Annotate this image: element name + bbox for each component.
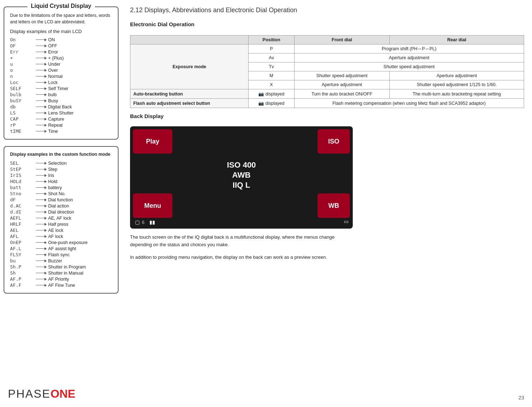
custom-item-row: IrIS Iris xyxy=(10,173,112,178)
custom-symbol: HRLF xyxy=(10,221,34,227)
custom-item-row: Sh Shutter in Manual xyxy=(10,270,112,276)
back-display-title: Back Display xyxy=(130,113,524,119)
aperture-adj: Aperture adjustment xyxy=(294,53,524,62)
arrow-icon xyxy=(36,180,47,183)
custom-symbol: IrIS xyxy=(10,173,34,178)
arrow-icon xyxy=(36,93,47,96)
custom-item-row: HOLd Hold xyxy=(10,179,112,184)
lcd-symbol: LS xyxy=(10,110,34,116)
custom-label: AF lock xyxy=(48,234,63,239)
custom-item-row: Sh.P Shutter in Program xyxy=(10,264,112,270)
custom-item-row: d.dI Dial direction xyxy=(10,209,112,215)
section-title: 2.12 Displays, Abbreviations and Electro… xyxy=(130,6,524,14)
custom-label: AF assist light xyxy=(48,246,76,251)
lcd-label: Busy xyxy=(48,98,58,103)
custom-symbol: d.dI xyxy=(10,209,34,215)
col-header-position: Position xyxy=(249,36,294,45)
arrow-icon xyxy=(36,266,47,268)
arrow-icon xyxy=(36,278,47,281)
ab-pos: 📷 displayed xyxy=(249,89,294,99)
arrow-icon xyxy=(36,87,47,90)
custom-label: Buzzer xyxy=(48,258,62,263)
custom-label: AF Fine Tune xyxy=(48,283,75,288)
custom-label: Half press xyxy=(48,222,68,227)
left-column: Liquid Crystal Display Due to the limita… xyxy=(0,0,122,407)
custom-item-row: AF.L AF assist light xyxy=(10,246,112,251)
iso-button[interactable]: ISO xyxy=(318,129,350,154)
lcd-symbol: o xyxy=(10,67,34,73)
custom-item-row: dF Dial function xyxy=(10,197,112,202)
wb-button[interactable]: WB xyxy=(318,193,350,218)
custom-item-row: Stno Shot No. xyxy=(10,191,112,196)
arrow-icon xyxy=(36,205,47,207)
lcd-label: Capture xyxy=(48,117,64,122)
custom-item-row: OnEP One-push exposure xyxy=(10,240,112,245)
pos-x: X xyxy=(249,80,294,89)
arrow-icon xyxy=(36,272,47,275)
page-number: 23 xyxy=(518,395,524,401)
custom-item-row: SEL Selection xyxy=(10,160,112,166)
iso-value: ISO 400 xyxy=(227,160,256,170)
lcd-label: Lock xyxy=(48,80,57,85)
lcd-row: rP Repeat xyxy=(10,122,112,128)
custom-symbol: OnEP xyxy=(10,240,34,245)
arrow-icon xyxy=(36,259,47,262)
custom-symbol: FLSY xyxy=(10,252,34,257)
play-button[interactable]: Play xyxy=(133,129,172,154)
lcd-row: On ON xyxy=(10,37,112,42)
brand-phase: PHASE xyxy=(8,387,50,401)
page-footer: PHASE ONE 23 xyxy=(0,387,532,401)
custom-symbol: bu xyxy=(10,258,34,263)
custom-label: AF Priority xyxy=(48,277,69,282)
custom-label: Shot No. xyxy=(48,191,66,196)
fa-desc: Flash metering compensation (when using … xyxy=(294,99,524,108)
lcd-row: u Under xyxy=(10,61,112,67)
arrow-icon xyxy=(36,223,47,226)
lcd-symbol: + xyxy=(10,55,34,61)
lcd-symbol: buSY xyxy=(10,98,34,103)
lcd-symbol: bulb xyxy=(10,92,34,97)
lcd-label: OFF xyxy=(48,43,57,48)
menu-button[interactable]: Menu xyxy=(133,193,172,218)
x-rear: Shutter speed adjustment 1/125 to 1/60. xyxy=(389,80,524,89)
pos-av: Av xyxy=(249,53,294,62)
x-front: Aperture adjustment xyxy=(294,80,389,89)
custom-symbol: AF.L xyxy=(10,246,34,251)
custom-symbol: AEL xyxy=(10,228,34,233)
exposure-mode-label: Exposure mode xyxy=(130,45,249,89)
desc1: The touch screen on the of the IQ digita… xyxy=(130,234,353,249)
custom-symbol: Sh.P xyxy=(10,264,34,270)
lcd-label: Digital Back xyxy=(48,104,72,109)
custom-symbol: Stno xyxy=(10,191,34,196)
arrow-icon xyxy=(36,211,47,214)
custom-items: SEL Selection StEP Step IrIS Iris HOLd H… xyxy=(10,160,112,288)
m-rear: Aperture adjustment xyxy=(389,71,524,80)
program-shift: Program shift (PH↔P↔PL) xyxy=(294,45,524,53)
arrow-icon xyxy=(36,217,47,220)
lcd-symbol: SELF xyxy=(10,86,34,91)
custom-item-row: AEL AE lock xyxy=(10,228,112,233)
table-row: Flash auto adjustment select button 📷 di… xyxy=(130,99,524,108)
custom-symbol: batt xyxy=(10,185,34,190)
shutter-adj: Shutter speed adjustment xyxy=(294,62,524,71)
battery-icon: ▮▮ xyxy=(149,219,155,225)
lcd-symbol: Err xyxy=(10,49,34,55)
ab-rear: The multi-turn auto bracketing repeat se… xyxy=(389,89,524,99)
lcd-label: + (Plus) xyxy=(48,56,64,61)
arrow-icon xyxy=(36,81,47,84)
custom-box-title: Display examples in the custom function … xyxy=(10,152,112,157)
fa-pos: 📷 displayed xyxy=(249,99,294,108)
lcd-symbol: CAP xyxy=(10,116,34,122)
custom-symbol: AFL xyxy=(10,234,34,239)
arrow-icon xyxy=(36,112,47,114)
custom-label: Flash sync xyxy=(48,252,70,257)
arrow-icon xyxy=(36,118,47,121)
arrow-icon xyxy=(36,247,47,250)
lcd-symbol: Loc xyxy=(10,80,34,85)
status-right: ▭ xyxy=(344,219,348,224)
arrow-icon xyxy=(36,241,47,244)
arrow-icon xyxy=(36,75,47,78)
lcd-subtitle: Display examples of the main LCD xyxy=(10,29,112,34)
custom-symbol: HOLd xyxy=(10,179,34,184)
arrow-icon xyxy=(36,253,47,256)
